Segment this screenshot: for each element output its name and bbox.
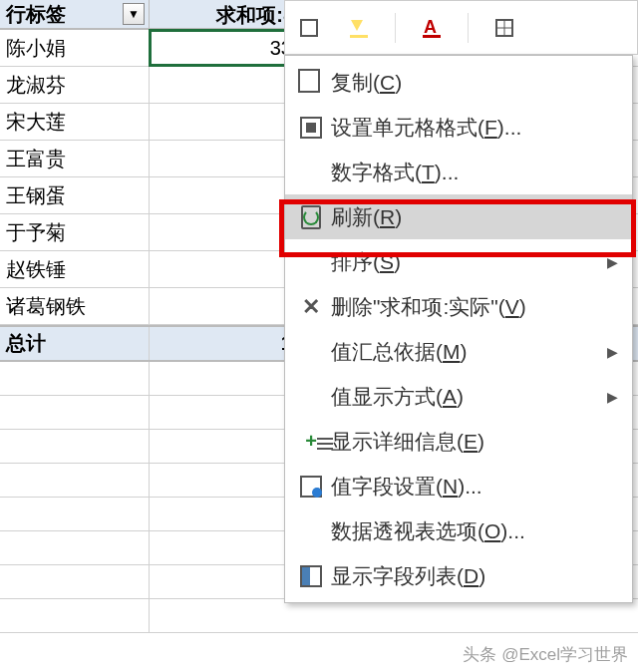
name-cell[interactable]: 王钢蛋 <box>0 177 150 213</box>
menu-number-format[interactable]: 数字格式(T)... <box>285 150 632 194</box>
submenu-arrow-icon: ▶ <box>607 389 618 405</box>
row-labels-text: 行标签 <box>6 1 66 28</box>
row-labels-header[interactable]: 行标签 ▼ <box>0 0 150 28</box>
toolbar-button[interactable] <box>295 14 323 42</box>
separator <box>395 13 396 43</box>
svg-rect-0 <box>301 20 317 36</box>
row-labels-filter-button[interactable]: ▼ <box>123 3 145 25</box>
submenu-arrow-icon: ▶ <box>607 344 618 360</box>
menu-refresh[interactable]: 刷新(R) <box>285 194 632 239</box>
context-menu: 复制(C) 设置单元格格式(F)... 数字格式(T)... 刷新(R) 排序(… <box>284 55 633 603</box>
menu-field-list[interactable]: 显示字段列表(D) <box>285 553 632 598</box>
menu-copy[interactable]: 复制(C) <box>285 60 632 105</box>
menu-summarize-by[interactable]: 值汇总依据(M) ▶ <box>285 329 632 374</box>
empty-cell[interactable] <box>0 362 150 395</box>
field-settings-icon <box>300 476 322 498</box>
watermark: 头条 @Excel学习世界 <box>463 643 628 666</box>
menu-format-cells[interactable]: 设置单元格格式(F)... <box>285 105 632 150</box>
name-cell[interactable]: 诸葛钢铁 <box>0 288 150 324</box>
name-cell[interactable]: 于予菊 <box>0 214 150 250</box>
name-cell[interactable]: 陈小娟 <box>0 30 150 66</box>
name-cell[interactable]: 赵铁锤 <box>0 251 150 287</box>
font-color-button[interactable]: A <box>418 14 446 42</box>
name-cell[interactable]: 宋大莲 <box>0 104 150 140</box>
empty-cell[interactable] <box>0 599 150 632</box>
mini-toolbar: A <box>284 0 638 55</box>
empty-cell[interactable] <box>0 396 150 429</box>
menu-delete-field[interactable]: ✕ 删除"求和项:实际"(V) <box>285 284 632 329</box>
expand-icon: + <box>305 430 317 453</box>
menu-show-detail[interactable]: + 显示详细信息(E) <box>285 419 632 464</box>
copy-icon <box>302 73 320 93</box>
delete-icon: ✕ <box>302 294 320 320</box>
empty-cell[interactable] <box>150 599 309 632</box>
empty-cell[interactable] <box>0 498 150 530</box>
fill-color-button[interactable] <box>345 14 373 42</box>
format-cells-icon <box>300 117 322 139</box>
totals-label-cell[interactable]: 总计 <box>0 327 150 360</box>
empty-cell[interactable] <box>0 464 150 497</box>
field-list-icon <box>300 565 322 587</box>
border-button[interactable] <box>490 14 518 42</box>
name-cell[interactable]: 龙淑芬 <box>0 67 150 103</box>
separator <box>468 13 469 43</box>
menu-field-settings[interactable]: 值字段设置(N)... <box>285 464 632 508</box>
chevron-down-icon: ▼ <box>128 7 140 21</box>
empty-cell[interactable] <box>0 565 150 598</box>
empty-cell[interactable] <box>0 430 150 463</box>
menu-show-as[interactable]: 值显示方式(A) ▶ <box>285 374 632 419</box>
svg-rect-3 <box>423 35 441 38</box>
menu-sort[interactable]: 排序(S) ▶ <box>285 239 632 284</box>
refresh-icon <box>301 205 321 229</box>
empty-cell[interactable] <box>0 531 150 564</box>
submenu-arrow-icon: ▶ <box>607 254 618 270</box>
menu-pivot-options[interactable]: 数据透视表选项(O)... <box>285 508 632 553</box>
svg-text:A: A <box>424 17 437 37</box>
svg-rect-1 <box>350 35 368 38</box>
name-cell[interactable]: 王富贵 <box>0 141 150 176</box>
